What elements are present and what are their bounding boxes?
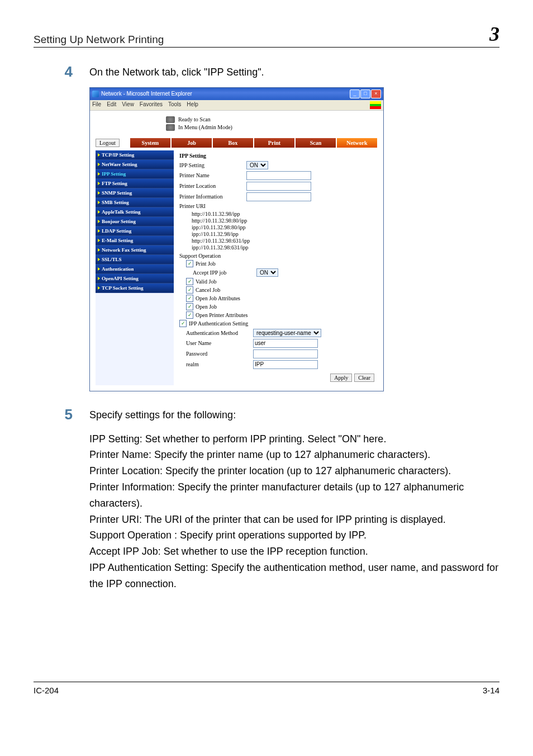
menu-file[interactable]: File [92, 101, 101, 109]
sidebar-item-snmp[interactable]: SNMP Setting [96, 188, 174, 198]
triangle-icon [98, 258, 100, 261]
sidebar-item-appletalk[interactable]: AppleTalk Setting [96, 207, 174, 217]
step-4-number: 4 [34, 64, 89, 79]
triangle-icon [98, 286, 100, 290]
menu-tools[interactable]: Tools [168, 101, 181, 109]
uri-1: http://10.11.32.98:80/ipp [192, 218, 374, 224]
triangle-icon [98, 201, 100, 204]
triangle-icon [98, 267, 100, 271]
tab-job[interactable]: Job [171, 138, 212, 148]
status-ready: Ready to Scan [178, 116, 211, 122]
sidebar-item-openapi[interactable]: OpenAPI Setting [96, 274, 174, 284]
menu-help[interactable]: Help [187, 101, 198, 109]
sidebar-item-ftp[interactable]: FTP Setting [96, 179, 174, 188]
step-5-number: 5 [34, 407, 89, 422]
menu-edit[interactable]: Edit [107, 101, 116, 109]
triangle-icon [98, 163, 100, 166]
sidebar-item-smb[interactable]: SMB Setting [96, 198, 174, 207]
sidebar-item-auth[interactable]: Authentication [96, 264, 174, 274]
sidebar-item-tcpip[interactable]: TCP/IP Setting [96, 150, 174, 160]
checkbox-ipp-auth[interactable]: ✓ [179, 320, 187, 327]
lbl-printer-info: Printer Information [179, 193, 246, 200]
menu-view[interactable]: View [122, 101, 134, 109]
lbl-chk-ipp-auth: IPP Authentication Setting [189, 320, 248, 327]
tab-network[interactable]: Network [336, 138, 378, 148]
sidebar-item-email[interactable]: E-Mail Setting [96, 236, 174, 245]
tab-print[interactable]: Print [254, 138, 295, 148]
input-printer-info[interactable] [246, 192, 311, 201]
step-5-line-5: Support Operation : Specify print operat… [89, 527, 499, 544]
step-5-intro: Specify settings for the following: [89, 407, 499, 423]
checkbox-valid-job[interactable]: ✓ [186, 278, 193, 285]
lbl-chk-open-job-attr: Open Job Attributes [196, 295, 240, 301]
uri-2: ipp://10.11.32.98:80/ipp [192, 224, 374, 230]
scanner-icon [166, 116, 175, 123]
sidebar-item-networkfax[interactable]: Network Fax Setting [96, 245, 174, 255]
checkbox-cancel-job[interactable]: ✓ [186, 286, 193, 294]
input-printer-name[interactable] [246, 171, 311, 180]
sidebar: TCP/IP Setting NetWare Setting IPP Setti… [96, 150, 174, 385]
tab-box[interactable]: Box [212, 138, 254, 148]
lbl-printer-uri: Printer URI [179, 203, 246, 209]
minimize-button[interactable]: _ [350, 89, 360, 98]
lbl-accept-ipp: Accept IPP job [193, 270, 254, 276]
clear-button[interactable]: Clear [354, 374, 374, 382]
uri-5: ipp://10.11.32.98:631/ipp [192, 244, 374, 251]
checkbox-print-job[interactable]: ✓ [186, 260, 193, 267]
triangle-icon [98, 172, 100, 176]
ie-menubar: File Edit View Favorites Tools Help [90, 100, 383, 111]
sidebar-item-tcpsocket[interactable]: TCP Socket Setting [96, 284, 174, 293]
lbl-realm: realm [186, 361, 253, 367]
uri-0: http://10.11.32.98/ipp [192, 211, 374, 217]
step-5-line-4: Printer URI: The URI of the printer that… [89, 512, 499, 528]
step-4-text: On the Network tab, click "IPP Setting". [89, 64, 499, 81]
logout-button[interactable]: Logout [96, 139, 120, 147]
triangle-icon [98, 277, 100, 280]
page-header-title: Setting Up Network Printing [34, 34, 164, 46]
ie-window-title: Network - Microsoft Internet Explorer [101, 91, 350, 97]
panel-title: IPP Setting [179, 153, 374, 159]
select-ipp-setting[interactable]: ON [246, 161, 268, 169]
footer-left: IC-204 [34, 686, 59, 695]
lbl-password: Password [186, 351, 253, 357]
input-printer-location[interactable] [246, 182, 311, 191]
sidebar-item-ipp[interactable]: IPP Setting [96, 169, 174, 179]
triangle-icon [98, 248, 100, 252]
sidebar-item-ldap[interactable]: LDAP Setting [96, 226, 174, 236]
lbl-ipp-setting: IPP Setting [179, 162, 246, 168]
select-auth-method[interactable]: requesting-user-name [253, 329, 321, 337]
ie-app-icon [92, 91, 99, 97]
tab-system[interactable]: System [130, 138, 171, 148]
apply-button[interactable]: Apply [330, 374, 352, 382]
ie-logo-icon [370, 101, 381, 109]
triangle-icon [98, 239, 100, 242]
checkbox-open-printer-attr[interactable]: ✓ [186, 311, 193, 319]
lbl-printer-location: Printer Location [179, 183, 246, 189]
maximize-button[interactable]: □ [360, 89, 370, 98]
ie-window: Network - Microsoft Internet Explorer _ … [89, 87, 384, 391]
close-button[interactable]: × [371, 89, 381, 98]
checkbox-open-job-attr[interactable]: ✓ [186, 295, 193, 302]
chapter-number: 3 [489, 22, 499, 46]
triangle-icon [98, 229, 100, 233]
step-5-line-2: Printer Location: Specify the printer lo… [89, 463, 499, 479]
input-realm[interactable] [253, 360, 318, 369]
input-password[interactable] [253, 349, 318, 358]
lbl-chk-valid-job: Valid Job [196, 278, 217, 285]
sidebar-item-bonjour[interactable]: Bonjour Setting [96, 217, 174, 226]
step-5-line-7: IPP Authentication Setting: Specify the … [89, 560, 499, 592]
uri-4: http://10.11.32.98:631/ipp [192, 238, 374, 244]
sidebar-item-ssltls[interactable]: SSL/TLS [96, 255, 174, 264]
step-5-line-3: Printer Information: Specify the printer… [89, 479, 499, 512]
lbl-printer-name: Printer Name [179, 172, 246, 178]
sidebar-item-netware[interactable]: NetWare Setting [96, 160, 174, 169]
checkbox-open-job[interactable]: ✓ [186, 303, 193, 310]
printer-uri-list: http://10.11.32.98/ipp http://10.11.32.9… [192, 211, 374, 251]
tab-scan[interactable]: Scan [295, 138, 336, 148]
menu-favorites[interactable]: Favorites [140, 101, 163, 109]
step-5-line-0: IPP Setting: Set whether to perform IPP … [89, 431, 499, 447]
select-accept-ipp[interactable]: ON [256, 268, 278, 277]
triangle-icon [98, 182, 100, 185]
input-user-name[interactable] [253, 339, 318, 348]
main-panel: IPP Setting IPP Setting ON Printer Name … [176, 150, 378, 385]
